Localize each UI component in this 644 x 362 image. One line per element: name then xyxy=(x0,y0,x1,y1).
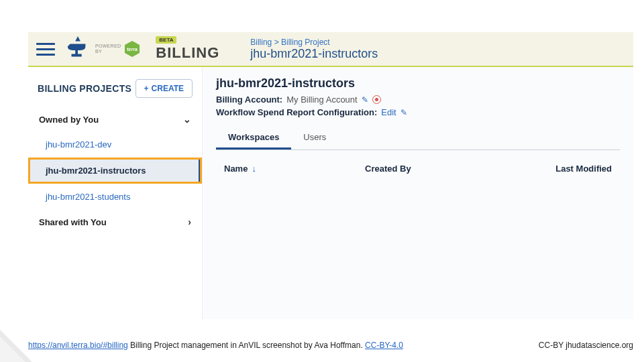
body-area: BILLING PROJECTS + CREATE Owned by You ⌄… xyxy=(28,67,633,319)
sidebar-section-owned[interactable]: Owned by You ⌄ xyxy=(28,107,202,131)
breadcrumb: Billing > Billing Project jhu-bmr2021-in… xyxy=(250,38,378,61)
page-subtitle: jhu-bmr2021-instructors xyxy=(250,47,378,61)
breadcrumb-separator: > xyxy=(272,38,281,47)
chevron-right-icon: › xyxy=(188,217,191,227)
hamburger-menu-icon[interactable] xyxy=(36,40,55,58)
sort-arrow-down-icon[interactable]: ↓ xyxy=(252,164,256,174)
delete-icon[interactable] xyxy=(372,95,381,104)
svg-text:terra: terra xyxy=(127,47,138,52)
sidebar-title: BILLING PROJECTS xyxy=(38,83,131,94)
header-bar: POWERED BY terra BETA BILLING Billing > … xyxy=(28,32,633,67)
powered-by-terra: POWERED BY terra xyxy=(95,40,141,58)
sidebar-project-item[interactable]: jhu-bmr2021-students xyxy=(28,184,202,210)
sidebar-section-label: Owned by You xyxy=(39,115,99,125)
powered-by-label: POWERED BY xyxy=(95,44,121,54)
create-button-label: CREATE xyxy=(152,84,184,93)
sidebar-section-label: Shared with You xyxy=(39,217,107,227)
beta-badge: BETA xyxy=(156,36,176,44)
create-button[interactable]: + CREATE xyxy=(136,79,193,98)
sidebar-project-item[interactable]: jhu-bmr2021-dev xyxy=(28,131,202,158)
plus-icon: + xyxy=(144,84,149,93)
breadcrumb-current: Billing Project xyxy=(281,38,330,47)
attribution-text: CC-BY jhudatascience.org xyxy=(539,341,633,350)
anvil-logo-icon xyxy=(67,36,89,62)
billing-account-label: Billing Account: xyxy=(216,95,282,105)
license-link[interactable]: CC-BY-4.0 xyxy=(365,341,403,350)
source-url-link[interactable]: https://anvil.terra.bio/#billing xyxy=(28,341,128,350)
billing-account-value: My Billing Account xyxy=(286,95,358,105)
svg-marker-2 xyxy=(75,36,80,42)
project-title: jhu-bmr2021-instructors xyxy=(216,76,620,90)
terra-logo-icon: terra xyxy=(123,40,141,58)
column-name[interactable]: Name xyxy=(224,164,248,174)
app-frame: POWERED BY terra BETA BILLING Billing > … xyxy=(28,32,633,319)
chevron-down-icon: ⌄ xyxy=(183,114,191,125)
billing-account-row: Billing Account: My Billing Account ✎ xyxy=(216,95,620,105)
edit-pencil-icon[interactable]: ✎ xyxy=(400,108,407,117)
tab-users[interactable]: Users xyxy=(291,127,338,149)
column-last-modified[interactable]: Last Modified xyxy=(506,164,612,174)
breadcrumb-parent-link[interactable]: Billing xyxy=(250,38,272,47)
column-created-by[interactable]: Created By xyxy=(365,164,506,174)
tabs: Workspaces Users xyxy=(216,127,620,150)
workflow-config-row: Workflow Spend Report Configuration: Edi… xyxy=(216,107,620,117)
table-header-row: Name ↓ Created By Last Modified xyxy=(216,150,620,179)
page-title: BILLING xyxy=(156,44,219,62)
workflow-edit-link[interactable]: Edit xyxy=(381,107,396,117)
corner-fold-decoration xyxy=(0,330,32,362)
edit-pencil-icon[interactable]: ✎ xyxy=(362,95,368,105)
page-title-group: BETA BILLING xyxy=(156,36,219,62)
caption-text: Billing Project management in AnVIL scre… xyxy=(128,341,365,350)
sidebar-section-shared[interactable]: Shared with You › xyxy=(28,210,202,234)
sidebar-project-item-selected[interactable]: jhu-bmr2021-instructors xyxy=(28,158,202,184)
tab-workspaces[interactable]: Workspaces xyxy=(216,127,291,149)
caption-bar: https://anvil.terra.bio/#billing Billing… xyxy=(28,341,633,350)
main-panel: jhu-bmr2021-instructors Billing Account:… xyxy=(203,67,633,319)
sidebar: BILLING PROJECTS + CREATE Owned by You ⌄… xyxy=(28,67,203,319)
workflow-config-label: Workflow Spend Report Configuration: xyxy=(216,107,377,117)
